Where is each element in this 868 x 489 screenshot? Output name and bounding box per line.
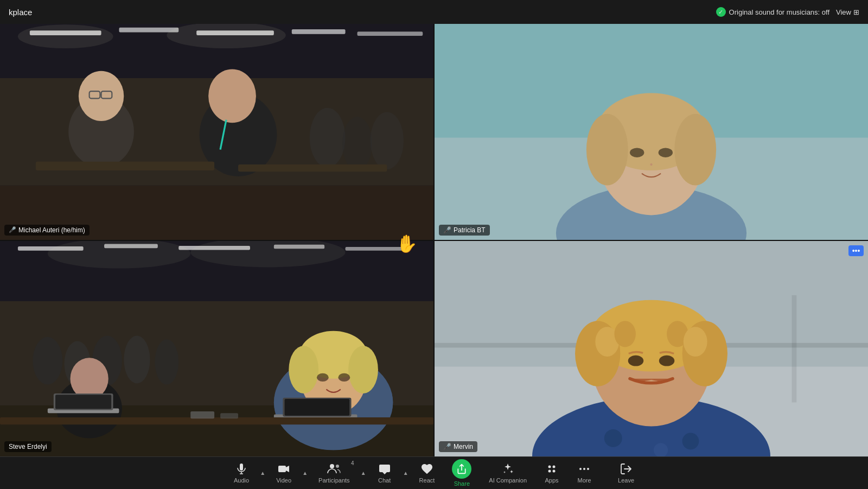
svg-point-76 <box>654 443 668 456</box>
original-sound-status[interactable]: ✓ Original sound for musicians: off <box>716 7 829 17</box>
mic-off-icon: 🎤 <box>9 226 16 233</box>
bottom-toolbar: Audio ▲ Video ▲ <box>0 456 868 489</box>
video-button[interactable]: Video <box>267 457 300 490</box>
svg-point-49 <box>155 339 178 384</box>
chat-group: Chat ▲ <box>368 457 411 490</box>
video-grid: 🎤 Michael Auteri (he/him) <box>0 24 868 456</box>
svg-point-33 <box>659 148 673 157</box>
more-button[interactable]: More <box>568 457 601 490</box>
svg-point-98 <box>553 470 556 473</box>
participant-name-patricia: Patricia BT <box>454 226 486 234</box>
svg-point-20 <box>371 112 404 169</box>
svg-point-61 <box>317 373 329 381</box>
view-label: View <box>836 8 851 16</box>
participant-label-michael: 🎤 Michael Auteri (he/him) <box>4 225 90 236</box>
video-label: Video <box>276 477 291 484</box>
svg-point-96 <box>553 466 556 468</box>
participants-icon <box>327 462 341 475</box>
view-button[interactable]: View ⊞ <box>836 8 859 16</box>
participants-button[interactable]: 4 Participants <box>310 457 358 490</box>
svg-point-32 <box>630 148 644 157</box>
video-content-michael <box>0 24 433 240</box>
participant-label-mervin: 🎤 Mervin <box>439 441 477 452</box>
chat-button[interactable]: Chat <box>368 457 401 490</box>
svg-point-86 <box>684 327 707 357</box>
audio-button[interactable]: Audio <box>225 457 258 490</box>
participant-label-steve: Steve Erdelyi <box>4 441 52 452</box>
svg-rect-73 <box>792 295 797 402</box>
grid-icon: ⊞ <box>853 8 859 16</box>
react-button[interactable]: React <box>411 457 444 490</box>
video-icon <box>277 462 290 475</box>
svg-point-62 <box>338 373 350 381</box>
video-tile-mervin: 🎤 Mervin ••• <box>435 241 868 457</box>
apps-label: Apps <box>545 477 559 484</box>
patricia-scene <box>435 24 868 240</box>
mic-icon-mervin: 🎤 <box>443 443 451 450</box>
svg-point-87 <box>628 355 644 366</box>
green-check-icon: ✓ <box>716 7 726 17</box>
video-content-steve <box>0 241 433 457</box>
app-title: kplace <box>9 8 32 17</box>
more-label: More <box>578 477 591 484</box>
top-bar: kplace ✓ Original sound for musicians: o… <box>0 0 868 24</box>
chat-caret[interactable]: ▲ <box>401 465 411 482</box>
more-options-button-mervin[interactable]: ••• <box>848 245 864 256</box>
svg-point-31 <box>674 114 716 186</box>
svg-rect-68 <box>220 413 238 418</box>
svg-point-99 <box>579 468 582 470</box>
audio-group: Audio ▲ <box>225 457 267 490</box>
mic-icon-patricia: 🎤 <box>443 226 451 234</box>
svg-rect-21 <box>36 162 214 170</box>
chat-icon <box>378 462 391 475</box>
svg-point-88 <box>659 355 675 366</box>
ai-companion-button[interactable]: AI Companion <box>480 457 535 490</box>
svg-point-51 <box>71 358 108 399</box>
share-label: Share <box>454 480 470 487</box>
react-icon <box>420 462 433 475</box>
video-tile-steve: Steve Erdelyi <box>0 241 433 457</box>
video-tile-michael: 🎤 Michael Auteri (he/him) <box>0 24 433 240</box>
leave-button[interactable]: Leave <box>609 457 643 490</box>
svg-point-93 <box>330 464 334 468</box>
video-content-mervin <box>435 241 868 457</box>
participant-name-steve: Steve Erdelyi <box>9 443 47 450</box>
svg-point-34 <box>650 163 652 166</box>
video-caret[interactable]: ▲ <box>300 465 310 482</box>
svg-point-18 <box>310 108 346 168</box>
svg-point-16 <box>208 69 256 123</box>
svg-rect-67 <box>190 411 214 418</box>
conference-room-scene-1 <box>0 24 433 240</box>
more-icon <box>578 462 591 475</box>
leave-label: Leave <box>618 477 634 484</box>
participant-count: 4 <box>351 460 354 466</box>
original-sound-label: Original sound for musicians: off <box>729 8 829 16</box>
top-bar-right: ✓ Original sound for musicians: off View… <box>716 7 859 17</box>
svg-rect-22 <box>238 164 387 172</box>
svg-point-84 <box>614 321 636 347</box>
ai-companion-icon <box>501 462 514 475</box>
svg-point-60 <box>348 346 378 393</box>
apps-icon <box>545 462 558 475</box>
svg-point-45 <box>33 336 62 384</box>
apps-button[interactable]: Apps <box>535 457 568 490</box>
svg-rect-66 <box>0 417 433 424</box>
participant-name-mervin: Mervin <box>454 443 473 450</box>
react-label: React <box>419 477 435 484</box>
audio-label: Audio <box>234 477 249 484</box>
svg-point-77 <box>682 433 699 449</box>
video-tile-patricia: 🎤 Patricia BT <box>435 24 868 240</box>
share-icon <box>452 459 471 479</box>
participants-caret[interactable]: ▲ <box>359 465 368 482</box>
svg-point-30 <box>586 114 628 186</box>
svg-point-19 <box>342 117 372 170</box>
svg-rect-54 <box>55 395 111 409</box>
audio-caret[interactable]: ▲ <box>258 465 267 482</box>
svg-point-95 <box>548 466 551 468</box>
svg-rect-92 <box>278 466 286 472</box>
participants-label: Participants <box>318 477 349 484</box>
share-button[interactable]: Share <box>443 457 480 490</box>
participants-group: 4 Participants ▲ <box>310 457 368 490</box>
svg-point-6 <box>18 24 113 48</box>
svg-point-94 <box>336 465 339 468</box>
